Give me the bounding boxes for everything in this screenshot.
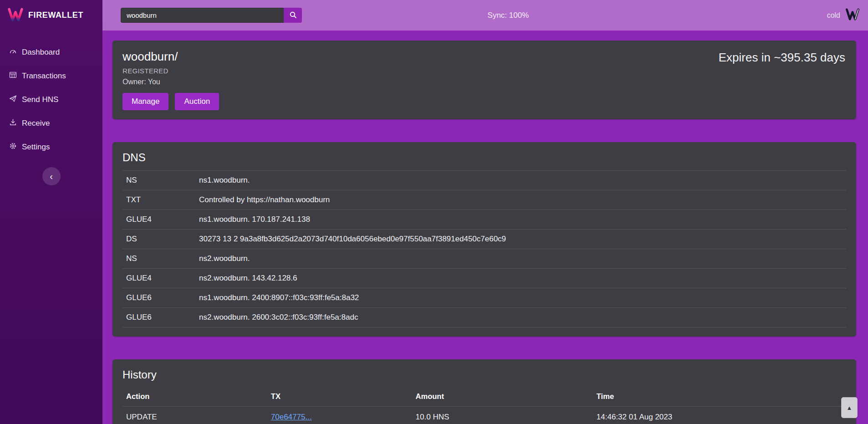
dns-record-row: GLUE6ns2.woodburn. 2600:3c02::f03c:93ff:… [123, 308, 846, 327]
history-tx: 70e64775... [267, 407, 412, 424]
history-amount: 10.0 HNS [412, 407, 593, 424]
dns-record-type: GLUE4 [123, 210, 195, 230]
manage-button[interactable]: Manage [123, 93, 168, 110]
history-column-header: Time [593, 388, 846, 407]
search-button[interactable] [284, 8, 302, 23]
dns-record-value: ns2.woodburn. [195, 249, 846, 269]
dns-record-type: NS [123, 249, 195, 269]
search-group [121, 8, 302, 23]
dns-record-value: ns1.woodburn. [195, 171, 846, 190]
dns-record-type: GLUE6 [123, 288, 195, 308]
dns-record-row: NSns2.woodburn. [123, 249, 846, 269]
dns-record-value: ns2.woodburn. 143.42.128.6 [195, 269, 846, 288]
dns-record-value: ns1.woodburn. 2400:8907::f03c:93ff:fe5a:… [195, 288, 846, 308]
auction-button[interactable]: Auction [175, 93, 219, 110]
wallet-name: cold [827, 11, 840, 20]
history-header-row: ActionTXAmountTime [123, 388, 846, 407]
dns-record-value: ns1.woodburn. 170.187.241.138 [195, 210, 846, 230]
history-table-body: UPDATE70e64775...10.0 HNS14:46:32 01 Aug… [123, 407, 846, 424]
sidebar-item-label: Settings [22, 143, 50, 152]
history-action: UPDATE [123, 407, 267, 424]
sync-status: Sync: 100% [488, 11, 529, 20]
history-column-header: Amount [412, 388, 593, 407]
sidebar-item-label: Send HNS [22, 95, 58, 104]
dns-table-body: NSns1.woodburn.TXTControlled by https://… [123, 171, 846, 327]
dns-record-type: GLUE6 [123, 308, 195, 327]
sidebar-item-label: Dashboard [22, 48, 60, 57]
wallet-group: cold [827, 8, 860, 22]
brand: FIREWALLET [0, 0, 102, 31]
dns-record-row: GLUE4ns1.woodburn. 170.187.241.138 [123, 210, 846, 230]
domain-owner: Owner: You [123, 78, 846, 86]
sidebar-item-label: Receive [22, 119, 50, 128]
gear-icon [9, 142, 17, 152]
sidebar: FIREWALLET Dashboard Transactions [0, 0, 102, 424]
dns-record-type: DS [123, 230, 195, 249]
history-row: UPDATE70e64775...10.0 HNS14:46:32 01 Aug… [123, 407, 846, 424]
caret-up-icon: ▲ [847, 404, 853, 411]
chevron-left-icon: ‹ [50, 172, 53, 181]
dns-record-row: NSns1.woodburn. [123, 171, 846, 190]
receive-icon [9, 118, 17, 128]
dns-record-value: 30273 13 2 9a3a8fb3d625d2a2073d740f10da6… [195, 230, 846, 249]
sidebar-item-label: Transactions [22, 72, 66, 81]
sidebar-item-settings[interactable]: Settings [0, 135, 102, 159]
history-column-header: TX [267, 388, 412, 407]
scroll-to-top-button[interactable]: ▲ [841, 397, 858, 418]
dns-record-type: GLUE4 [123, 269, 195, 288]
dns-record-value: Controlled by https://nathan.woodburn [195, 190, 846, 210]
sidebar-item-send-hns[interactable]: Send HNS [0, 88, 102, 112]
paper-plane-icon [9, 95, 17, 105]
dns-record-value: ns2.woodburn. 2600:3c02::f03c:93ff:fe5a:… [195, 308, 846, 327]
domain-expiry: Expires in ~395.35 days [719, 51, 845, 65]
history-card-title: History [123, 368, 846, 381]
wallet-logo-icon [845, 8, 860, 22]
dns-card-title: DNS [123, 151, 846, 164]
history-card: History ActionTXAmountTime UPDATE70e6477… [112, 359, 856, 424]
sidebar-nav: Dashboard Transactions Send HNS [0, 31, 102, 159]
sidebar-item-receive[interactable]: Receive [0, 112, 102, 135]
search-icon [289, 11, 297, 20]
sidebar-item-dashboard[interactable]: Dashboard [0, 41, 102, 64]
dns-card: DNS NSns1.woodburn.TXTControlled by http… [112, 142, 856, 337]
sidebar-item-transactions[interactable]: Transactions [0, 64, 102, 88]
dns-record-row: GLUE6ns1.woodburn. 2400:8907::f03c:93ff:… [123, 288, 846, 308]
main-content: woodburn/ REGISTERED Owner: You Manage A… [102, 0, 868, 424]
dns-record-type: TXT [123, 190, 195, 210]
domain-actions: Manage Auction [123, 93, 846, 110]
gauge-icon [9, 47, 17, 57]
sidebar-collapse-button[interactable]: ‹ [42, 167, 61, 185]
firewallet-logo-icon [7, 8, 24, 23]
history-column-header: Action [123, 388, 267, 407]
dns-record-type: NS [123, 171, 195, 190]
dns-record-row: TXTControlled by https://nathan.woodburn [123, 190, 846, 210]
topbar: Sync: 100% cold [102, 0, 868, 31]
search-input[interactable] [121, 8, 284, 23]
domain-status: REGISTERED [123, 67, 846, 75]
dns-table: NSns1.woodburn.TXTControlled by https://… [123, 170, 846, 327]
dns-record-row: DS30273 13 2 9a3a8fb3d625d2a2073d740f10d… [123, 230, 846, 249]
history-time: 14:46:32 01 Aug 2023 [593, 407, 846, 424]
history-table: ActionTXAmountTime UPDATE70e64775...10.0… [123, 388, 846, 424]
table-icon [9, 71, 17, 81]
tx-link[interactable]: 70e64775... [271, 413, 312, 421]
brand-name: FIREWALLET [28, 10, 83, 20]
domain-card: woodburn/ REGISTERED Owner: You Manage A… [112, 41, 856, 119]
dns-record-row: GLUE4ns2.woodburn. 143.42.128.6 [123, 269, 846, 288]
